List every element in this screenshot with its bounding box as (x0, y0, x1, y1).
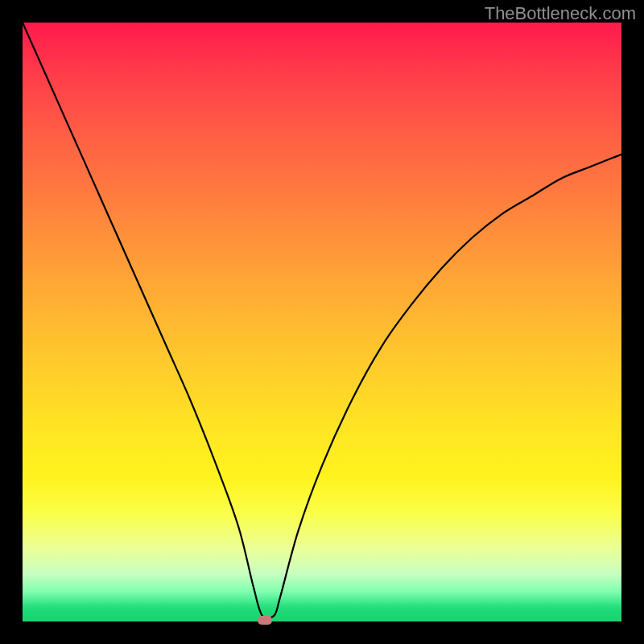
plot-area (23, 23, 621, 621)
optimal-point-marker (258, 616, 272, 625)
chart-frame: TheBottleneck.com (0, 0, 644, 644)
watermark-text: TheBottleneck.com (485, 3, 636, 24)
bottleneck-curve (23, 23, 621, 621)
